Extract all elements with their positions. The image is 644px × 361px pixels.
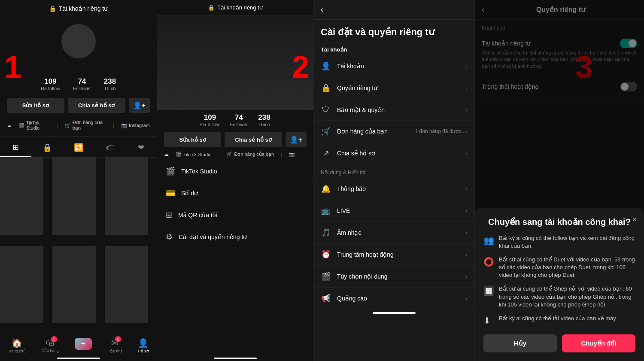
balance-icon: 💳 [166,188,175,198]
video-thumb-2[interactable] [52,158,96,235]
label-number-2: 2 [292,52,309,82]
settings-privacy-item[interactable]: 🔒 Quyền riêng tư › [314,77,474,99]
video-thumb-4[interactable] [0,246,43,323]
panel-2-profile-menu: 🔒 Tài khoản riêng tư 109 Đã follow 74 Fo… [157,0,313,361]
p2-shortcut-tiktokstudio[interactable]: 🎬 TikTok Studio [176,152,212,157]
tab-lock[interactable]: 🔒 [31,138,63,157]
live-label: LIVE [337,207,465,214]
music-chevron: › [465,229,468,236]
p2-shortcuts: ☁ 🎬 TikTok Studio | 🛒 Đơn hàng của bạn |… [157,150,313,161]
live-chevron: › [465,207,468,214]
notifications-chevron: › [465,185,468,192]
section-content-label: Nội dung & Hiển thị [314,164,474,178]
panel-1-profile: 🔒 Tài khoản riêng tư 109 Đã follow 74 Fo… [0,0,157,361]
p2-shortcut-orders[interactable]: 🛒 Đơn hàng của bạn [226,152,274,157]
settings-content-pref-item[interactable]: 🎬 Tùy chọn nội dung › [314,266,474,288]
modal-confirm-button[interactable]: Chuyển đổi [562,334,635,352]
stat-following-label: Đã follow [41,86,60,91]
video-thumb-6[interactable] [105,246,148,323]
share-profile-button[interactable]: Chia sẻ hồ sơ [68,98,125,113]
account-icon: 👤 [321,61,331,71]
share-profile-chevron: › [465,150,468,157]
modal-actions: Hủy Chuyển đổi [483,334,635,352]
p2-header-title: Tài khoản riêng tư [217,4,263,11]
p3-home-indicator [373,312,416,314]
modal-download-text: Bất kỳ ai cũng có thể tải video của bạn … [499,315,616,322]
nav-create[interactable]: + [75,338,92,353]
account-chevron: › [465,63,468,70]
modal-stitch-icon: 🔲 [483,286,494,296]
settings-live-item[interactable]: 📺 LIVE › [314,200,474,222]
menu-qr[interactable]: ⊞ Mã QR của tôi [157,204,313,226]
tab-tagged[interactable]: 🏷 [94,138,125,157]
settings-share-profile-item[interactable]: ↗ Chia sẻ hồ sơ › [314,143,474,164]
video-thumb-3[interactable] [105,158,148,235]
tab-grid[interactable]: ⊞ [0,138,31,157]
activity-icon: ⏰ [321,250,331,259]
menu-settings[interactable]: ⚙ Cài đặt và quyền riêng tư [157,226,313,248]
lock-icon: 🔒 [49,5,56,12]
tab-liked[interactable]: ❤ [125,138,157,157]
modal-overlay: × Chuyển sang tài khoản công khai? 👥 Bất… [475,0,644,361]
settings-notifications-item[interactable]: 🔔 Thông báo › [314,178,474,200]
modal-item-follow: 👥 Bất kỳ ai cũng có thể follow bạn và xe… [483,234,635,250]
nav-inbox[interactable]: ✉ 2 Hộp thư [108,338,122,353]
music-label: Âm nhạc [337,229,465,236]
privacy-chevron: › [465,85,468,91]
modal-cancel-button[interactable]: Hủy [483,334,557,352]
settings-ads-item[interactable]: 📢 Quảng cáo › [314,288,474,309]
p2-edit-button[interactable]: Sửa hồ sơ [164,132,221,147]
edit-profile-button[interactable]: Sửa hồ sơ [7,98,64,113]
video-thumb-1[interactable] [0,158,43,235]
p2-home-indicator [214,358,257,359]
divider [0,136,157,137]
settings-account-item[interactable]: 👤 Tài khoản › [314,55,474,77]
shortcut-tiktokstudio[interactable]: 🎬 TikTok Studio [18,120,50,130]
nav-home[interactable]: 🏠 Trang chủ [8,338,25,353]
modal-item-duet: ⭕ Bất cứ ai cũng có thể Duet với video c… [483,256,635,279]
modal-download-icon: ⬇ [483,315,494,326]
panel-4-privacy: ‹ Quyền riêng tư Khám phá Tài khoản riên… [474,0,644,361]
content-pref-icon: 🎬 [321,272,331,281]
account-label: Tài khoản [337,63,465,70]
settings-orders-item[interactable]: 🛒 Đơn hàng của bạn 1 đơn hàng đã được...… [314,121,474,143]
settings-music-item[interactable]: 🎵 Âm nhạc › [314,222,474,244]
stat-likes: 238 Thích [104,77,116,91]
modal-title: Chuyển sang tài khoản công khai? [483,216,635,228]
security-label: Bảo mật & quyền [337,106,465,113]
settings-header: ‹ [314,0,474,20]
activity-label: Trung tâm hoạt động [337,251,465,258]
p2-video-area [157,15,313,110]
p2-profile-actions: Sửa hồ sơ Chia sẻ hồ sơ 👤+ [157,130,313,150]
profile-stats: 109 Đã follow 74 Follower 238 Thích [0,70,157,98]
label-number-1: 1 [4,52,21,82]
settings-security-item[interactable]: 🛡 Bảo mật & quyền › [314,99,474,121]
sidebar-menu: 🎬 TikTok Studio 💳 Số dư ⊞ Mã QR của tôi … [157,161,313,355]
p1-header-title: Tài khoản riêng tư [59,5,108,12]
content-pref-label: Tùy chọn nội dung [337,273,465,280]
menu-balance[interactable]: 💳 Số dư [157,182,313,204]
tiktok-studio-icon: 🎬 [166,167,175,176]
inbox-badge: 2 [115,336,121,342]
settings-back-button[interactable]: ‹ [321,5,323,14]
notifications-icon: 🔔 [321,184,331,194]
modal-close-button[interactable]: × [632,215,637,224]
p2-add-button[interactable]: 👤+ [286,132,307,147]
p2-shortcut-ig[interactable]: 📷 [289,152,295,157]
video-thumb-5[interactable] [52,246,96,323]
shortcut-orders[interactable]: 🛒 Đơn hàng của bạn [65,120,106,131]
tab-repost[interactable]: 🔁 [63,138,94,157]
p2-stat-followers: 74 Follower [230,113,248,127]
menu-tiktokstudio[interactable]: 🎬 TikTok Studio [157,161,313,182]
nav-shop[interactable]: 🛍 1 Cửa hàng [42,338,59,353]
p2-stat-likes: 238 Thích [258,113,270,127]
orders-label: Đơn hàng của bạn [337,128,415,135]
add-friends-button[interactable]: 👤+ [129,98,150,113]
nav-profile[interactable]: 👤 Hồ sơ [138,338,149,353]
settings-activity-item[interactable]: ⏰ Trung tâm hoạt động › [314,244,474,266]
section-account-label: Tài khoản [314,41,474,55]
p2-share-button[interactable]: Chia sẻ hồ sơ [225,132,282,147]
shortcut-instagram[interactable]: 📷 Instagram [121,123,150,128]
avatar [61,24,96,58]
stat-following: 109 Đã follow [41,77,60,91]
